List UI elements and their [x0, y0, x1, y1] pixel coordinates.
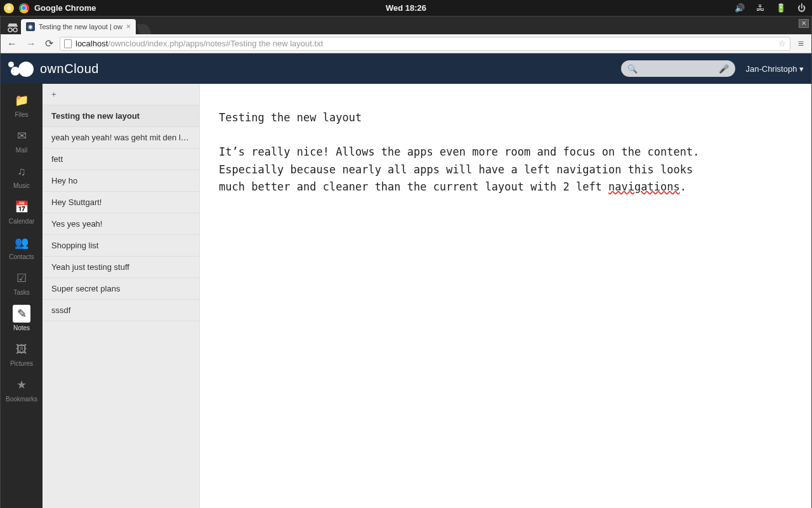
desktop-panel: ☻ Google Chrome Wed 18:26 🔊 🖧 🔋 ⏻ — [0, 0, 812, 16]
nav-contacts[interactable]: 👥Contacts — [1, 230, 43, 264]
nav-bookmarks[interactable]: ★Bookmarks — [1, 372, 43, 406]
nav-tasks[interactable]: ☑Tasks — [1, 265, 43, 300]
user-menu[interactable]: Jan-Christoph ▾ — [745, 64, 804, 74]
note-item[interactable]: Super secret plans — [43, 278, 199, 300]
page-icon — [64, 39, 72, 48]
folder-icon: 📁 — [13, 91, 30, 109]
note-item[interactable]: Yeah just testing stuff — [43, 257, 199, 278]
note-item[interactable]: fett — [43, 149, 199, 170]
nav-label: Mail — [16, 147, 27, 154]
network-icon[interactable]: 🖧 — [756, 3, 764, 13]
smiley-icon[interactable]: ☻ — [4, 3, 14, 13]
tab-close-button[interactable]: × — [126, 22, 131, 31]
nav-calendar[interactable]: 📅Calendar — [1, 194, 43, 229]
mail-icon: ✉ — [13, 127, 30, 145]
note-item[interactable]: Shopping list — [43, 235, 199, 257]
active-app-title: Google Chrome — [34, 3, 96, 13]
battery-icon[interactable]: 🔋 — [776, 3, 786, 13]
note-item[interactable]: Yes yes yeah! — [43, 213, 199, 235]
app-navigation: 📁Files ✉Mail ♫Music 📅Calendar 👥Contacts … — [1, 84, 43, 508]
contacts-icon: 👥 — [13, 234, 30, 251]
nav-label: Tasks — [13, 289, 30, 296]
bookmark-star-icon[interactable]: ☆ — [778, 39, 786, 48]
svg-point-0 — [8, 28, 12, 32]
nav-label: Calendar — [9, 218, 35, 225]
note-item[interactable]: Testing the new layout — [43, 105, 199, 127]
nav-files[interactable]: 📁Files — [1, 88, 43, 122]
mic-icon[interactable]: 🎤 — [719, 64, 729, 74]
search-input[interactable]: 🔍 🎤 — [621, 60, 735, 77]
clock: Wed 18:26 — [386, 3, 426, 13]
nav-label: Notes — [13, 324, 30, 331]
logo-text: ownCloud — [40, 62, 99, 76]
bookmarks-icon: ★ — [13, 376, 30, 394]
nav-label: Bookmarks — [6, 396, 37, 403]
note-item[interactable]: yeah yeah yeah! was geht mit den l… — [43, 127, 199, 149]
nav-label: Pictures — [10, 360, 33, 367]
cloud-icon — [8, 59, 37, 78]
note-editor[interactable]: Testing the new layout It’s really nice!… — [200, 84, 811, 508]
owncloud-logo[interactable]: ownCloud — [8, 59, 99, 78]
volume-icon[interactable]: 🔊 — [735, 3, 745, 13]
nav-pictures[interactable]: 🖼Pictures — [1, 337, 43, 371]
nav-label: Files — [15, 111, 28, 118]
chrome-menu-button[interactable]: ≡ — [794, 37, 808, 51]
tab-title: Testing the new layout | ow — [39, 23, 122, 30]
tab-bar: ◉ Testing the new layout | ow × — [1, 17, 811, 34]
browser-tab[interactable]: ◉ Testing the new layout | ow × — [21, 19, 136, 34]
favicon-icon: ◉ — [26, 22, 35, 31]
nav-label: Music — [13, 182, 30, 189]
new-tab-button[interactable] — [136, 24, 152, 34]
tasks-icon: ☑ — [13, 269, 30, 287]
nav-label: Contacts — [9, 253, 34, 260]
forward-button[interactable]: → — [23, 37, 39, 51]
svg-point-1 — [13, 28, 17, 32]
chrome-icon[interactable] — [19, 3, 29, 13]
pictures-icon: 🖼 — [13, 340, 30, 358]
note-item[interactable]: Hey ho — [43, 170, 199, 192]
app-header: ownCloud 🔍 🎤 Jan-Christoph ▾ — [1, 53, 811, 84]
notes-sidebar: + Testing the new layout yeah yeah yeah!… — [43, 84, 200, 508]
url-host: localhost — [75, 39, 108, 48]
address-bar: ← → ⟳ localhost/owncloud/index.php/apps/… — [1, 34, 811, 53]
note-item[interactable]: sssdf — [43, 300, 199, 321]
reload-button[interactable]: ⟳ — [43, 36, 56, 51]
calendar-icon: 📅 — [13, 198, 30, 216]
back-button[interactable]: ← — [4, 37, 20, 51]
note-item[interactable]: Hey Stuttgart! — [43, 192, 199, 213]
window-close-button[interactable]: ✕ — [799, 19, 809, 28]
nav-notes[interactable]: ✎Notes — [1, 301, 43, 335]
note-content[interactable]: Testing the new layout It’s really nice!… — [219, 109, 701, 196]
omnibox[interactable]: localhost/owncloud/index.php/apps/notes#… — [60, 37, 790, 51]
notes-icon: ✎ — [13, 305, 30, 323]
power-icon[interactable]: ⏻ — [797, 3, 806, 13]
incognito-icon — [4, 20, 21, 34]
search-icon: 🔍 — [627, 64, 638, 74]
url-path: /owncloud/index.php/apps/notes#Testing t… — [108, 39, 323, 48]
music-icon: ♫ — [13, 163, 30, 180]
new-note-button[interactable]: + — [43, 84, 199, 105]
browser-window: ✕ ◉ Testing the new layout | ow × ← → ⟳ … — [0, 16, 812, 508]
misspelled-word: navigations — [608, 180, 680, 193]
nav-mail[interactable]: ✉Mail — [1, 123, 43, 157]
nav-music[interactable]: ♫Music — [1, 159, 43, 193]
